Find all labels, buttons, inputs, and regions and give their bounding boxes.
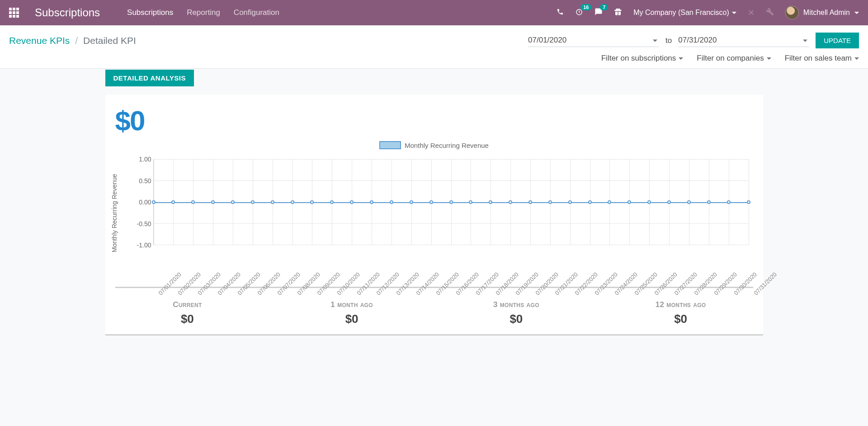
data-marker[interactable] bbox=[707, 200, 711, 204]
data-marker[interactable] bbox=[509, 200, 512, 204]
breadcrumb: Revenue KPIs / Detailed KPI bbox=[9, 35, 136, 46]
update-button[interactable]: UPDATE bbox=[816, 33, 859, 48]
legend-swatch bbox=[379, 141, 401, 149]
nav-subscriptions[interactable]: Subscriptions bbox=[127, 8, 173, 17]
chevron-down-icon[interactable] bbox=[803, 39, 807, 42]
company-name: My Company (San Francisco) bbox=[633, 9, 729, 17]
compare-label: Current bbox=[105, 300, 270, 309]
data-marker[interactable] bbox=[251, 200, 255, 204]
top-navbar: Subscriptions Subscriptions Reporting Co… bbox=[0, 0, 868, 25]
data-marker[interactable] bbox=[727, 200, 731, 204]
data-marker[interactable] bbox=[171, 200, 175, 204]
y-tick: -0.50 bbox=[133, 220, 151, 227]
timer-icon[interactable]: 16 bbox=[575, 8, 583, 18]
data-marker[interactable] bbox=[568, 200, 572, 204]
data-marker[interactable] bbox=[310, 200, 314, 204]
data-marker[interactable] bbox=[687, 200, 691, 204]
data-marker[interactable] bbox=[627, 200, 631, 204]
breadcrumb-current: Detailed KPI bbox=[83, 35, 136, 46]
compare-value: $0 bbox=[269, 312, 434, 326]
data-marker[interactable] bbox=[390, 200, 393, 204]
comparison-row: Current $0 1 month ago $0 3 months ago $… bbox=[105, 290, 763, 334]
control-panel: Revenue KPIs / Detailed KPI to UPDATE Fi… bbox=[0, 25, 868, 69]
compare-12months: 12 months ago $0 bbox=[599, 300, 763, 326]
nav-links: Subscriptions Reporting Configuration bbox=[127, 8, 557, 17]
avatar bbox=[785, 6, 799, 19]
data-marker[interactable] bbox=[528, 200, 532, 204]
nav-reporting[interactable]: Reporting bbox=[187, 8, 220, 17]
user-menu[interactable]: Mitchell Admin bbox=[785, 6, 859, 19]
data-marker[interactable] bbox=[449, 200, 453, 204]
data-marker[interactable] bbox=[747, 200, 750, 204]
tab-detailed-analysis[interactable]: DETAILED ANALYSIS bbox=[105, 70, 194, 86]
nav-right: 16 7 My Company (San Francisco) ✕ Mitche… bbox=[557, 6, 859, 19]
kpi-big-value: $0 bbox=[115, 104, 753, 137]
data-marker[interactable] bbox=[191, 200, 195, 204]
compare-value: $0 bbox=[599, 312, 763, 326]
data-marker[interactable] bbox=[211, 200, 215, 204]
chart-legend: Monthly Recurring Revenue bbox=[115, 141, 753, 151]
compare-current: Current $0 bbox=[105, 300, 270, 326]
data-marker[interactable] bbox=[608, 200, 611, 204]
chevron-down-icon[interactable] bbox=[653, 39, 657, 42]
compare-3months: 3 months ago $0 bbox=[434, 300, 599, 326]
data-marker[interactable] bbox=[330, 200, 334, 204]
data-marker[interactable] bbox=[667, 200, 671, 204]
phone-icon[interactable] bbox=[557, 8, 564, 17]
y-tick: 0.50 bbox=[133, 177, 151, 185]
legend-label: Monthly Recurring Revenue bbox=[405, 142, 489, 149]
compare-value: $0 bbox=[434, 312, 599, 326]
kpi-card: $0 Monthly Recurring Revenue Monthly Rec… bbox=[105, 95, 763, 290]
chart: Monthly Recurring Revenue 1.000.500.00-0… bbox=[115, 155, 753, 277]
data-marker[interactable] bbox=[647, 200, 651, 204]
gift-icon[interactable] bbox=[614, 8, 622, 18]
plot-area bbox=[153, 159, 749, 245]
chevron-down-icon bbox=[767, 57, 771, 60]
apps-icon[interactable] bbox=[9, 8, 19, 18]
data-marker[interactable] bbox=[152, 200, 156, 204]
nav-configuration[interactable]: Configuration bbox=[234, 8, 279, 17]
y-tick: 0.00 bbox=[133, 199, 151, 206]
divider bbox=[105, 334, 763, 336]
to-label: to bbox=[665, 36, 672, 45]
legend-item[interactable]: Monthly Recurring Revenue bbox=[379, 141, 489, 149]
chevron-down-icon bbox=[679, 57, 683, 60]
y-axis-label: Monthly Recurring Revenue bbox=[111, 174, 118, 252]
data-marker[interactable] bbox=[231, 200, 235, 204]
data-marker[interactable] bbox=[429, 200, 433, 204]
data-marker[interactable] bbox=[350, 200, 354, 204]
chat-icon[interactable]: 7 bbox=[594, 8, 603, 18]
filter-companies[interactable]: Filter on companies bbox=[697, 54, 771, 63]
breadcrumb-parent[interactable]: Revenue KPIs bbox=[9, 35, 70, 46]
compare-label: 1 month ago bbox=[269, 300, 434, 309]
data-marker[interactable] bbox=[271, 200, 274, 204]
y-tick: -1.00 bbox=[133, 241, 151, 249]
app-brand[interactable]: Subscriptions bbox=[35, 6, 100, 19]
data-marker[interactable] bbox=[370, 200, 373, 204]
chat-badge: 7 bbox=[600, 4, 608, 10]
chevron-down-icon bbox=[854, 12, 859, 14]
filter-sales-team[interactable]: Filter on sales team bbox=[785, 54, 859, 63]
company-selector[interactable]: My Company (San Francisco) bbox=[633, 9, 736, 17]
filter-subscriptions[interactable]: Filter on subscriptions bbox=[601, 54, 683, 63]
data-marker[interactable] bbox=[548, 200, 552, 204]
compare-1month: 1 month ago $0 bbox=[269, 300, 434, 326]
wrench-icon[interactable] bbox=[766, 8, 774, 18]
user-name: Mitchell Admin bbox=[803, 9, 850, 17]
close-icon[interactable]: ✕ bbox=[748, 8, 755, 18]
data-marker[interactable] bbox=[410, 200, 413, 204]
filter-label: Filter on subscriptions bbox=[601, 54, 676, 63]
breadcrumb-separator: / bbox=[75, 35, 78, 46]
date-to-input[interactable] bbox=[678, 34, 809, 47]
chevron-down-icon bbox=[732, 12, 736, 14]
data-marker[interactable] bbox=[489, 200, 492, 204]
date-from-input[interactable] bbox=[528, 34, 659, 47]
data-marker[interactable] bbox=[291, 200, 294, 204]
data-marker[interactable] bbox=[588, 200, 592, 204]
filter-label: Filter on sales team bbox=[785, 54, 852, 63]
main-content: DETAILED ANALYSIS $0 Monthly Recurring R… bbox=[105, 69, 763, 336]
chevron-down-icon bbox=[854, 57, 859, 60]
compare-value: $0 bbox=[105, 312, 270, 326]
data-marker[interactable] bbox=[469, 200, 472, 204]
y-tick: 1.00 bbox=[133, 156, 151, 163]
